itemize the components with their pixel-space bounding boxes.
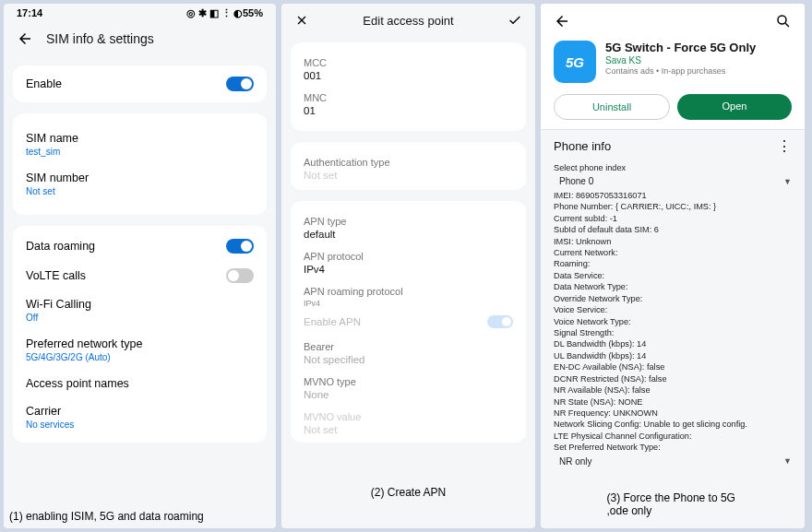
enable-apn-toggle[interactable] <box>487 315 513 328</box>
info-line: IMSI: Unknown <box>554 236 792 247</box>
enable-apn-row: Enable APN <box>304 308 513 336</box>
panel-5g-switch: 5G 5G Switch - Force 5G Only Sava KS Con… <box>541 4 805 528</box>
data-roaming-toggle[interactable] <box>226 239 254 254</box>
enable-card: Enable <box>13 65 267 102</box>
dropdown-icon: ▼ <box>783 176 792 187</box>
app-title: 5G Switch - Force 5G Only <box>605 41 756 54</box>
info-line: Set Preferred Network Type: <box>554 442 792 453</box>
status-bar: 17:14 ◎ ✱ ◧ ⋮ ◐55% <box>4 4 276 21</box>
enable-apn-label: Enable APN <box>304 316 361 327</box>
search-icon[interactable] <box>775 13 792 30</box>
apn-title: Edit access point <box>363 14 453 28</box>
panel1-caption: (1) enabling ISIM, 5G and data roaming <box>9 510 204 523</box>
info-line: NR Frequency: UNKNOWN <box>554 408 792 419</box>
app-developer[interactable]: Sava KS <box>605 55 756 65</box>
info-line: Phone Number: { CARRIER:, UICC:, IMS: } <box>554 201 792 212</box>
app-subtitle: Contains ads • In-app purchases <box>605 66 756 76</box>
auth-card[interactable]: Authentication type Not set <box>291 142 526 190</box>
apn-proto-label: APN protocol <box>304 251 513 262</box>
info-line: UL Bandwidth (kbps): 14 <box>554 350 792 361</box>
phone-select-value: Phone 0 <box>554 173 593 190</box>
panel3-caption: (3) Force the Phone to 5G ,ode only <box>607 491 739 517</box>
phone-select[interactable]: Phone 0 ▼ <box>554 173 792 190</box>
mvno-type-entry[interactable]: MVNO type None <box>304 371 513 406</box>
info-line: DL Bandwidth (kbps): 14 <box>554 338 792 349</box>
info-line: Override Network Type: <box>554 293 792 304</box>
back-arrow-icon[interactable] <box>554 13 570 30</box>
mnc-entry[interactable]: MNC 01 <box>304 87 513 122</box>
mcc-label: MCC <box>304 57 513 68</box>
volte-toggle[interactable] <box>226 268 254 283</box>
close-icon[interactable] <box>294 13 309 28</box>
wifi-calling-value: Off <box>26 313 254 323</box>
apn-type-label: APN type <box>304 216 513 227</box>
dropdown-icon: ▼ <box>783 455 792 467</box>
wifi-calling-item[interactable]: Wi-Fi Calling Off <box>26 290 254 330</box>
carrier-item[interactable]: Carrier No services <box>26 397 254 437</box>
phone-info-header: Phone info ⋮ <box>541 129 805 159</box>
pref-net-item[interactable]: Preferred network type 5G/4G/3G/2G (Auto… <box>26 330 254 370</box>
bearer-entry[interactable]: Bearer Not specified <box>304 336 513 371</box>
bearer-value: Not specified <box>304 354 513 365</box>
auth-label: Authentication type <box>304 157 513 168</box>
apn-label: Access point names <box>26 377 254 390</box>
volte-item[interactable]: VoLTE calls <box>26 261 254 290</box>
battery: ◐55% <box>233 7 263 19</box>
info-line: IMEI: 869057053316071 <box>554 190 792 201</box>
info-line: DCNR Restricted (NSA): false <box>554 373 792 384</box>
apn-details-card: APN type default APN protocol IPv4 APN r… <box>291 201 526 443</box>
sim-name-item[interactable]: SIM name test_sim <box>26 124 254 164</box>
apn-item[interactable]: Access point names <box>26 370 254 397</box>
pref-net-value: NR only <box>554 454 592 470</box>
info-line: Data Network Type: <box>554 281 792 292</box>
mvno-value-label: MVNO value <box>304 411 513 422</box>
mvno-type-label: MVNO type <box>304 376 513 387</box>
mcc-value: 001 <box>304 70 513 81</box>
mnc-value: 01 <box>304 105 513 116</box>
data-roaming-label: Data roaming <box>26 240 95 253</box>
carrier-label: Carrier <box>26 405 254 418</box>
info-line: Voice Service: <box>554 304 792 315</box>
open-button[interactable]: Open <box>677 94 792 120</box>
back-arrow-icon[interactable] <box>17 30 33 47</box>
apn-header: Edit access point <box>281 4 535 37</box>
carrier-value: No services <box>26 420 254 430</box>
apn-roam-entry[interactable]: APN roaming protocol IPv4 <box>304 280 513 308</box>
mvno-type-value: None <box>304 389 513 400</box>
info-line: SubId of default data SIM: 6 <box>554 224 792 235</box>
info-line: Signal Strength: <box>554 327 792 338</box>
info-line: NR Available (NSA): false <box>554 384 792 396</box>
clock: 17:14 <box>17 7 42 19</box>
pref-net-label: Preferred network type <box>26 337 254 350</box>
sim-name-label: SIM name <box>26 132 254 145</box>
apn-proto-value: IPv4 <box>304 264 513 275</box>
info-line: LTE Physical Channel Configuration: <box>554 431 792 442</box>
panel2-caption: (2) Create APN <box>371 486 446 499</box>
more-menu-icon[interactable]: ⋮ <box>777 142 792 151</box>
header-row: SIM info & settings <box>4 21 276 60</box>
app-icon: 5G <box>554 41 596 83</box>
confirm-check-icon[interactable] <box>508 13 522 28</box>
select-phone-label: Select phone index <box>554 162 792 173</box>
volte-label: VoLTE calls <box>26 269 86 282</box>
pref-net-select[interactable]: NR only ▼ <box>554 454 792 470</box>
info-line: Current subId: -1 <box>554 213 792 224</box>
info-line: EN-DC Available (NSA): false <box>554 361 792 372</box>
enable-toggle[interactable] <box>226 77 254 91</box>
bearer-label: Bearer <box>304 341 513 352</box>
apn-proto-entry[interactable]: APN protocol IPv4 <box>304 245 513 280</box>
phone-info-title: Phone info <box>554 139 611 153</box>
wifi-calling-label: Wi-Fi Calling <box>26 298 254 311</box>
uninstall-button[interactable]: Uninstall <box>554 94 670 120</box>
sim-number-item[interactable]: SIM number Not set <box>26 164 254 204</box>
status-icons: ◎ ✱ ◧ ⋮ <box>186 7 232 19</box>
phone-info-body: Select phone index Phone 0 ▼ IMEI: 86905… <box>541 159 805 479</box>
app-buttons: Uninstall Open <box>541 87 805 129</box>
apn-roam-value: IPv4 <box>304 299 513 308</box>
mnc-label: MNC <box>304 92 513 103</box>
sim-number-value: Not set <box>26 186 254 196</box>
apn-type-entry[interactable]: APN type default <box>304 210 513 245</box>
svg-point-0 <box>778 16 786 24</box>
data-roaming-item[interactable]: Data roaming <box>26 231 254 261</box>
mcc-entry[interactable]: MCC 001 <box>304 52 513 87</box>
